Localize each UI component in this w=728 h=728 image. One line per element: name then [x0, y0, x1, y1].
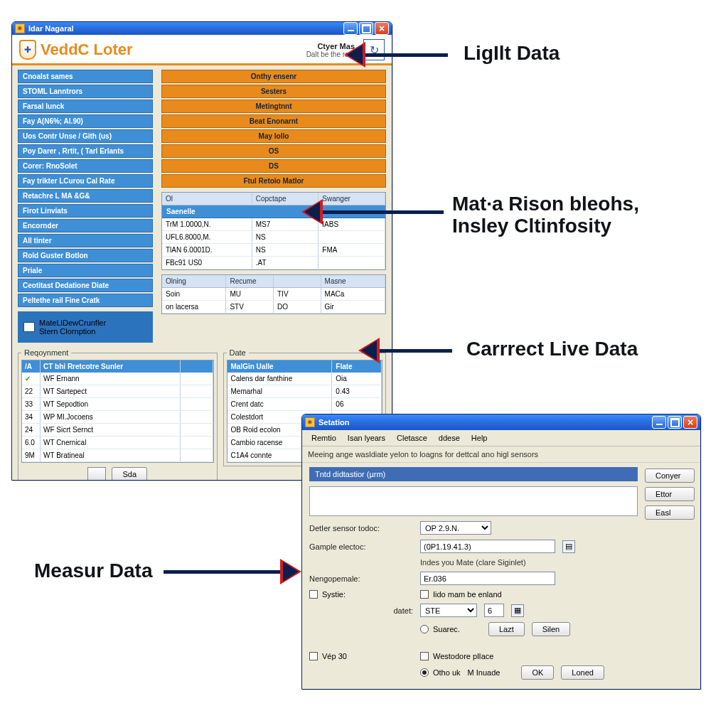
nav-item[interactable]: Firot Linviats — [18, 204, 153, 218]
maximize-button[interactable] — [359, 22, 373, 35]
col-header[interactable]: Swanger — [318, 193, 385, 205]
minimize-button[interactable] — [652, 416, 666, 429]
vep-label: Vép 30 — [322, 652, 347, 660]
orange-item[interactable]: Onthy ensenr — [161, 70, 386, 83]
col-header[interactable]: CT bhi Rretcotre Sunler — [41, 360, 181, 373]
nav-item[interactable]: Peltethe rail Fine Cratk — [18, 294, 153, 307]
mam-checkbox[interactable] — [420, 590, 429, 599]
otho-radio[interactable] — [420, 668, 429, 677]
nav-item[interactable]: Priale — [18, 264, 153, 277]
menu-item[interactable]: Remtio — [306, 432, 341, 444]
table-row[interactable]: 33WT Sepodtion — [22, 398, 213, 411]
systie-checkbox[interactable] — [309, 590, 318, 599]
col-header[interactable]: Ol — [162, 193, 252, 205]
menubar: Remtio Isan lyears Cletasce ddese Help — [302, 430, 700, 446]
table-row[interactable]: ✓WF Ernann — [22, 373, 213, 385]
gample-input[interactable] — [420, 540, 555, 553]
ste-select[interactable]: STE — [420, 604, 477, 617]
close-button[interactable] — [683, 416, 697, 429]
table-row[interactable]: on lacersaSTVDOGir — [162, 301, 385, 314]
orange-item[interactable]: OS — [161, 144, 386, 158]
nempo-input[interactable] — [420, 572, 555, 585]
browse-icon[interactable]: ▤ — [562, 540, 575, 553]
reqy-grid: /A CT bhi Rretcotre Sunler ✓WF Ernann 22… — [21, 360, 214, 463]
col-header[interactable]: Masne — [321, 275, 385, 287]
table-row[interactable]: UFL6.8000,M.NS — [162, 231, 385, 244]
main-titlebar[interactable]: ✷ Idar Nagaral — [12, 22, 392, 35]
lazt-button[interactable]: Lazt — [488, 622, 525, 636]
table-row[interactable]: Calens dar fanthineOia — [228, 373, 382, 385]
suarec-radio[interactable] — [420, 625, 429, 633]
nav-item[interactable]: Fay A(N6%; Al.90) — [18, 114, 153, 128]
orange-item[interactable]: May lollo — [161, 129, 386, 143]
menu-item[interactable]: Isan lyears — [343, 432, 390, 444]
table-row[interactable]: FBc91 US0.AT — [162, 257, 385, 269]
detler-select[interactable]: OP 2.9.N. — [420, 521, 491, 535]
table-row[interactable]: 6.0WT Cnernical — [22, 437, 213, 449]
col-header[interactable]: /A — [22, 360, 41, 373]
blank-button[interactable] — [87, 467, 106, 481]
maximize-button[interactable] — [668, 416, 682, 429]
nav-special-line2: Stern Clornption — [39, 327, 106, 336]
col-header[interactable] — [181, 360, 213, 373]
table-row[interactable]: 22WT Sartepect — [22, 385, 213, 398]
col-header[interactable]: Olning — [162, 275, 226, 287]
ok-button[interactable]: OK — [521, 665, 554, 680]
left-nav: Cnoalst sames STOML Lanntrors Farsal lun… — [18, 70, 153, 343]
table-row[interactable]: 24WF Sicrt Sernct — [22, 424, 213, 437]
nav-item[interactable]: Corer: RnoSolet — [18, 159, 153, 173]
nav-item[interactable]: Poy Darer , Rrtit, ( Tarl Erlants — [18, 144, 153, 158]
document-icon — [23, 322, 35, 332]
table-row[interactable]: 34WP MI.Jocoens — [22, 411, 213, 424]
easl-button[interactable]: Easl — [645, 505, 695, 520]
nav-special-line1: MateLlDewCrunfler — [39, 318, 106, 327]
form-area: Tntd didtastior (µrm) DetIer sensor todo… — [302, 463, 645, 689]
col-header[interactable]: Recume — [226, 275, 274, 287]
silen-button[interactable]: Silen — [532, 622, 570, 636]
orange-item[interactable]: Ftul Retoio Matlor — [161, 174, 386, 188]
nav-item[interactable]: Ceotitast Dedatione Diate — [18, 279, 153, 292]
num-input[interactable] — [484, 604, 504, 617]
sda-button[interactable]: Sda — [112, 467, 147, 481]
calendar-icon[interactable]: ▦ — [511, 604, 524, 617]
table-row[interactable]: Memarhal0.43 — [228, 385, 382, 398]
refresh-icon[interactable]: ↻ — [363, 39, 385, 60]
close-button[interactable] — [375, 22, 389, 35]
ettor-button[interactable]: Ettor — [645, 487, 695, 501]
table-row[interactable]: TlAN 6.0001D.NSFMA — [162, 244, 385, 257]
conyer-button[interactable]: Conyer — [645, 469, 695, 483]
vep-checkbox[interactable] — [309, 652, 318, 660]
nav-item[interactable]: Rold Guster Botlon — [18, 249, 153, 262]
menu-item[interactable]: ddese — [434, 432, 465, 444]
table-row[interactable]: TrM 1.0000,N.MS7IABS — [162, 218, 385, 231]
listbox[interactable] — [309, 486, 638, 516]
nav-item[interactable]: Encornder — [18, 219, 153, 232]
settings-titlebar[interactable]: ✷ Setation — [302, 414, 700, 430]
nav-item[interactable]: Cnoalst sames — [18, 70, 153, 83]
menu-item[interactable]: Help — [466, 432, 493, 444]
orange-item[interactable]: DS — [161, 159, 386, 173]
col-header[interactable] — [274, 275, 321, 287]
minimize-button[interactable] — [343, 22, 358, 35]
orange-item[interactable]: Metingtnnt — [161, 100, 386, 113]
detler-label: DetIer sensor todoc: — [309, 524, 413, 532]
orange-item[interactable]: Beat Enonarnt — [161, 114, 386, 128]
menu-item[interactable]: Cletasce — [392, 432, 432, 444]
nav-item[interactable]: All tinter — [18, 234, 153, 247]
nav-item[interactable]: Fay trikter LCurou Cal Rate — [18, 174, 153, 188]
orange-item[interactable]: Sesters — [161, 85, 386, 98]
nav-item[interactable]: Uos Contr Unse / Gith (us) — [18, 129, 153, 143]
table-row[interactable]: 9MWT Bratineal — [22, 449, 213, 462]
section-heading: Tntd didtastior (µrm) — [309, 467, 638, 481]
col-header[interactable]: MalGin Ualle — [228, 360, 333, 373]
nav-item[interactable]: Farsal lunck — [18, 100, 153, 113]
callout-measur-data: Measur Data — [34, 560, 153, 582]
loned-button[interactable]: Loned — [561, 665, 604, 680]
table-row[interactable]: Crent datc06 — [228, 398, 382, 411]
nav-item[interactable]: STOML Lanntrors — [18, 85, 153, 98]
callout-carrect-live: Carrrect Live Data — [466, 338, 638, 360]
table-row[interactable]: SoinMUTIVMACa — [162, 288, 385, 301]
nav-item[interactable]: Retachre L MA &G& — [18, 189, 153, 203]
nav-special[interactable]: MateLlDewCrunfler Stern Clornption — [18, 311, 153, 343]
wes-checkbox[interactable] — [420, 652, 429, 660]
